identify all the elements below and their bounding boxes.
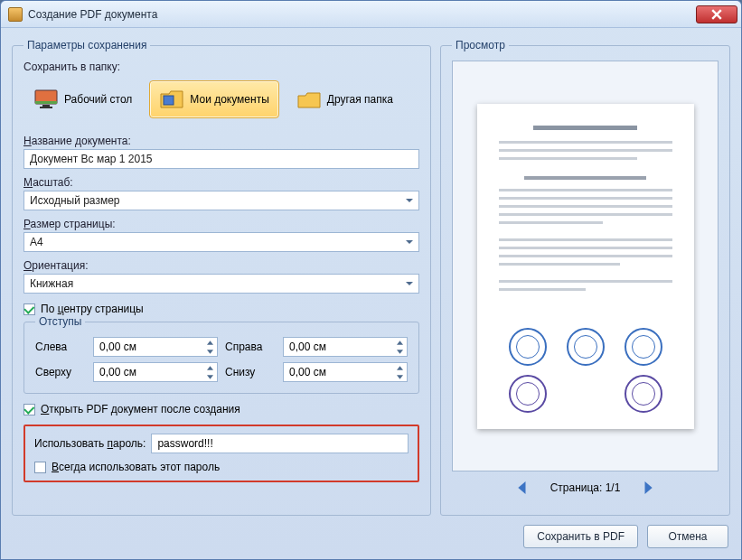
preview-area [452, 61, 719, 471]
spin-up-button[interactable] [393, 363, 407, 372]
password-input[interactable] [151, 434, 409, 453]
next-page-button[interactable] [642, 481, 654, 494]
indent-left-input[interactable] [93, 337, 218, 357]
spin-up-button[interactable] [203, 338, 217, 347]
preview-group: Просмотр [440, 39, 730, 516]
stamp-icon [625, 328, 662, 366]
desktop-icon [33, 89, 59, 110]
preview-page [477, 104, 694, 429]
always-password-checkbox[interactable] [34, 462, 46, 473]
open-after-checkbox[interactable] [23, 404, 35, 415]
always-password-label: Всегда использовать этот пароль [52, 461, 220, 473]
center-page-checkbox[interactable] [23, 303, 35, 315]
folder-icon [296, 89, 322, 110]
stamp-icon [567, 328, 605, 366]
indent-right-input[interactable] [283, 337, 408, 357]
stamp-icon [625, 375, 662, 413]
spin-down-button[interactable] [393, 372, 407, 381]
scale-label: Масштаб: [23, 176, 73, 189]
stamp-icon [509, 375, 547, 413]
folder-other-label: Другая папка [327, 93, 393, 106]
indent-bottom-input[interactable] [283, 362, 408, 382]
indent-left-label: Слева [35, 341, 86, 353]
doc-name-label: Название документа: [23, 135, 131, 147]
preview-doc-title [533, 126, 637, 130]
spin-up-button[interactable] [203, 363, 217, 372]
app-icon [8, 7, 23, 22]
spin-down-button[interactable] [203, 347, 217, 356]
page-size-combo[interactable] [23, 232, 419, 252]
open-after-label: Открыть PDF документ после создания [41, 403, 240, 415]
content-area: Параметры сохранения Сохранить в папку: … [1, 28, 741, 523]
save-to-label: Сохранить в папку: [23, 61, 419, 73]
spin-down-button[interactable] [203, 372, 217, 381]
save-pdf-button[interactable]: Сохранить в PDF [523, 525, 638, 548]
doc-name-input[interactable] [23, 149, 419, 169]
svg-rect-2 [42, 105, 50, 107]
password-section: Использовать пароль: Всегда использовать… [23, 425, 419, 482]
center-page-label: По центру страницы [41, 303, 144, 315]
indents-legend: Отступы [35, 315, 85, 328]
spin-up-button[interactable] [393, 338, 407, 347]
scale-combo[interactable] [23, 191, 419, 210]
dialog-window: Создание PDF документа Параметры сохране… [0, 0, 742, 560]
indent-bottom-label: Снизу [225, 366, 276, 378]
orientation-combo[interactable] [23, 274, 419, 294]
page-indicator: Страница: 1/1 [550, 481, 621, 494]
close-icon [711, 9, 722, 20]
folder-mydocs-button[interactable]: Мои документы [149, 80, 278, 118]
orientation-label: Ориентация: [23, 259, 88, 272]
folder-desktop-button[interactable]: Рабочий стол [23, 80, 142, 118]
cancel-button[interactable]: Отмена [647, 525, 728, 548]
preview-legend: Просмотр [452, 39, 509, 51]
save-params-legend: Параметры сохранения [23, 39, 150, 51]
titlebar: Создание PDF документа [1, 1, 741, 28]
mydocs-icon [159, 89, 184, 110]
indent-top-label: Сверху [35, 366, 86, 378]
svg-rect-1 [35, 101, 57, 104]
window-title: Создание PDF документа [28, 8, 696, 21]
spin-down-button[interactable] [393, 347, 407, 356]
svg-rect-4 [164, 96, 174, 105]
page-size-label: Размер страницы: [23, 218, 116, 230]
svg-rect-3 [40, 107, 52, 108]
folder-desktop-label: Рабочий стол [64, 93, 132, 106]
prev-page-button[interactable] [516, 481, 529, 494]
indent-right-label: Справа [225, 341, 276, 353]
stamp-icon [509, 328, 547, 366]
use-password-label: Использовать пароль: [34, 437, 146, 450]
folder-other-button[interactable]: Другая папка [286, 80, 403, 118]
folder-row: Рабочий стол Мои документы Другая папка [23, 80, 419, 118]
indent-top-input[interactable] [93, 362, 218, 382]
close-button[interactable] [696, 5, 737, 23]
footer: Сохранить в PDF Отмена [1, 523, 741, 559]
preview-nav: Страница: 1/1 [452, 471, 719, 504]
folder-mydocs-label: Мои документы [190, 93, 268, 106]
indents-group: Отступы Слева Справа Сверху [23, 315, 419, 394]
save-params-group: Параметры сохранения Сохранить в папку: … [12, 39, 431, 516]
